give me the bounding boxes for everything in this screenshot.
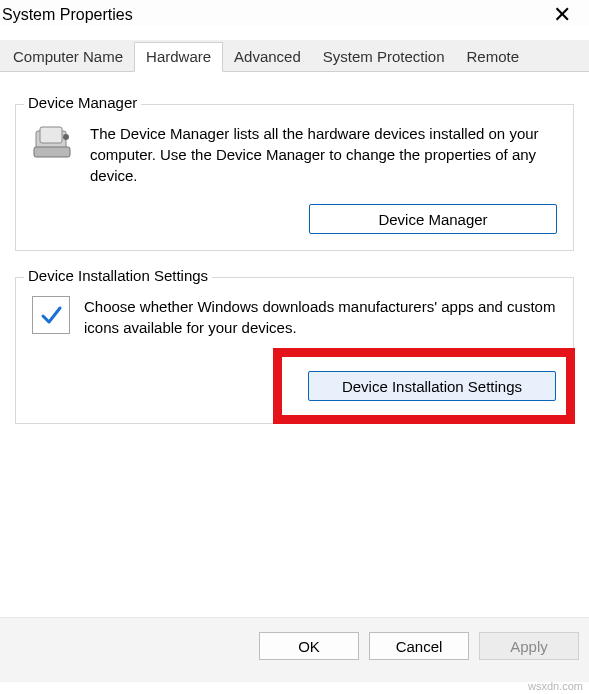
tab-strip: Computer Name Hardware Advanced System P… (0, 40, 589, 72)
cancel-button[interactable]: Cancel (369, 632, 469, 660)
close-icon[interactable]: ✕ (545, 6, 579, 24)
device-manager-group: Device Manager The Device Manager lists … (15, 104, 574, 251)
ok-button[interactable]: OK (259, 632, 359, 660)
highlight-annotation: Device Installation Settings (273, 348, 575, 424)
device-manager-text: The Device Manager lists all the hardwar… (90, 123, 557, 186)
watermark: wsxdn.com (528, 680, 583, 692)
title-bar: System Properties ✕ (0, 0, 589, 26)
dialog-footer: OK Cancel Apply (0, 617, 589, 682)
tab-hardware[interactable]: Hardware (134, 42, 223, 72)
apply-button[interactable]: Apply (479, 632, 579, 660)
tab-system-protection[interactable]: System Protection (312, 43, 456, 71)
tab-computer-name[interactable]: Computer Name (2, 43, 134, 71)
device-manager-legend: Device Manager (24, 94, 141, 111)
device-manager-icon (32, 123, 76, 186)
device-manager-button[interactable]: Device Manager (309, 204, 557, 234)
svg-point-3 (63, 134, 69, 140)
tab-content: Device Manager The Device Manager lists … (0, 72, 589, 434)
svg-rect-1 (40, 127, 62, 143)
device-install-group: Device Installation Settings Choose whet… (15, 277, 574, 424)
window-title: System Properties (0, 6, 133, 24)
checkmark-icon (32, 296, 70, 334)
device-install-settings-button[interactable]: Device Installation Settings (308, 371, 556, 401)
device-install-text: Choose whether Windows downloads manufac… (84, 296, 557, 338)
device-install-legend: Device Installation Settings (24, 267, 212, 284)
svg-rect-2 (34, 147, 70, 157)
tab-remote[interactable]: Remote (456, 43, 531, 71)
tab-advanced[interactable]: Advanced (223, 43, 312, 71)
